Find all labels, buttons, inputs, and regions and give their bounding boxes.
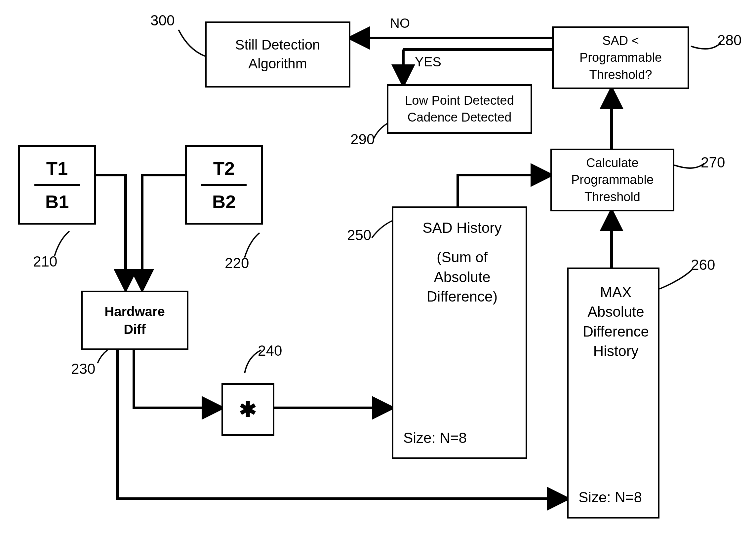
- label-still-detection: Still Detection Algorithm: [235, 36, 320, 73]
- label-sad-history-title: SAD History: [403, 218, 521, 238]
- block-sad-history: SAD History (Sum of Absolute Difference)…: [392, 206, 527, 459]
- asterisk-icon: ✱: [239, 395, 257, 424]
- block-max-abs-diff-history: MAX Absolute Difference History Size: N=…: [567, 268, 660, 518]
- label-t1: T1: [46, 156, 68, 181]
- ref-240: 240: [258, 344, 282, 358]
- label-hardware-diff: Hardware Diff: [104, 302, 164, 338]
- divider: [201, 184, 247, 186]
- block-still-detection: Still Detection Algorithm: [205, 22, 350, 87]
- block-calc-threshold: Calculate Programmable Threshold: [550, 149, 674, 211]
- block-threshold-check: SAD < Programmable Threshold?: [552, 27, 689, 89]
- diagram-canvas: T1 B1 T2 B2 Hardware Diff ✱ SAD History …: [0, 0, 756, 538]
- ref-280: 280: [717, 33, 741, 48]
- label-low-point-cadence: Low Point Detected Cadence Detected: [405, 92, 514, 126]
- divider: [34, 184, 80, 186]
- block-low-point-cadence: Low Point Detected Cadence Detected: [387, 84, 532, 134]
- label-b1: B1: [45, 189, 69, 214]
- block-field-t2b2: T2 B2: [185, 145, 263, 225]
- ref-250: 250: [347, 228, 371, 242]
- label-calc-threshold: Calculate Programmable Threshold: [571, 155, 654, 205]
- label-sad-history-size: Size: N=8: [403, 428, 467, 454]
- ref-210: 210: [33, 254, 57, 269]
- ref-220: 220: [225, 256, 249, 270]
- ref-290: 290: [350, 132, 375, 147]
- label-sad-history-sub: (Sum of Absolute Difference): [403, 247, 521, 306]
- ref-230: 230: [71, 362, 95, 376]
- block-hardware-diff: Hardware Diff: [81, 291, 188, 350]
- ref-270: 270: [701, 155, 725, 170]
- label-b2: B2: [212, 189, 236, 214]
- ref-260: 260: [691, 258, 715, 272]
- block-weighting: ✱: [221, 383, 274, 436]
- edge-label-yes: YES: [415, 54, 441, 69]
- label-max-abs-diff-size: Size: N=8: [579, 487, 642, 513]
- ref-300: 300: [151, 13, 174, 28]
- label-threshold-check: SAD < Programmable Threshold?: [580, 32, 662, 83]
- edge-label-no: NO: [390, 16, 410, 31]
- label-max-abs-diff-title: MAX Absolute Difference History: [579, 282, 653, 361]
- block-field-t1b1: T1 B1: [18, 145, 96, 225]
- label-t2: T2: [213, 156, 235, 181]
